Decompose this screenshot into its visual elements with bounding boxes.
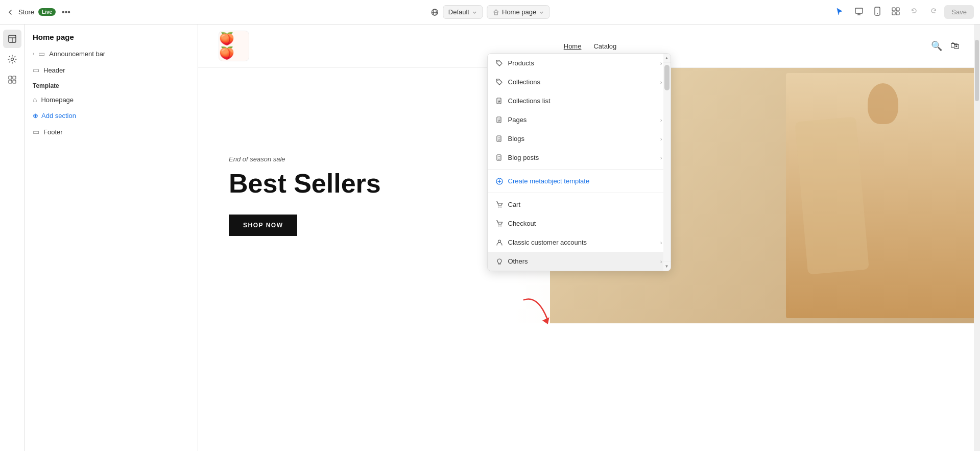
left-panel: Home page › ▭ Announcement bar ▭ Header …	[25, 25, 198, 451]
apps-button[interactable]	[3, 70, 21, 89]
svg-point-22	[497, 80, 498, 81]
back-button[interactable]	[6, 8, 14, 16]
desktop-icon	[854, 7, 864, 16]
hero-person-image	[786, 73, 980, 318]
mobile-icon-btn[interactable]	[871, 5, 884, 19]
topbar: Store Live ••• Default Home page	[0, 0, 980, 25]
undo-icon	[911, 7, 919, 15]
desktop-icon-btn[interactable]	[851, 5, 867, 19]
template-section-label: Template	[25, 78, 198, 91]
shop-now-button[interactable]: SHOP NOW	[229, 215, 297, 236]
svg-point-32	[498, 225, 499, 226]
lamp-icon	[496, 258, 503, 265]
checkout-menu-item[interactable]: Checkout	[488, 214, 671, 233]
template-dropdown-menu: ▲ ▼ Products ›	[487, 53, 671, 271]
svg-rect-12	[896, 12, 899, 15]
mobile-icon	[874, 7, 881, 16]
homepage-item[interactable]: ⌂ Homepage	[25, 91, 198, 108]
svg-point-34	[498, 240, 500, 243]
nav-catalog-link[interactable]: Catalog	[593, 42, 616, 50]
footer-item[interactable]: ▭ Footer	[25, 124, 198, 140]
scrollbar-thumb	[975, 40, 979, 101]
svg-point-21	[497, 61, 498, 62]
chevron-right-icon: ›	[660, 155, 662, 161]
svg-rect-9	[892, 8, 895, 11]
chevron-right-icon: ›	[660, 240, 662, 246]
canvas-frame: 🍑🍑 Home Catalog 🔍 🛍 End of season sale B…	[198, 25, 980, 451]
chevron-right-icon: ›	[660, 60, 662, 66]
add-section-button[interactable]: ⊕ Add section	[25, 108, 198, 124]
chevron-right-icon: ›	[660, 79, 662, 85]
chevron-down-icon	[472, 10, 477, 15]
layout-icon: ▭	[38, 50, 45, 58]
cursor-icon	[835, 7, 844, 16]
expand-chevron: ›	[33, 51, 34, 57]
tag-icon	[496, 60, 503, 67]
panel-title: Home page	[25, 25, 198, 45]
cart-menu-item[interactable]: Cart	[488, 195, 671, 214]
divider	[488, 193, 671, 193]
sections-button[interactable]	[3, 30, 21, 48]
others-menu-item[interactable]: Others ›	[488, 252, 671, 271]
create-metaobject-item[interactable]: Create metaobject template	[488, 172, 671, 191]
doc-icon	[496, 98, 503, 105]
store-nav-icons: 🔍 🛍	[931, 40, 960, 52]
scroll-up-arrow[interactable]: ▲	[663, 54, 671, 63]
globe-icon	[431, 8, 439, 16]
svg-rect-19	[9, 80, 12, 83]
undo-button[interactable]	[907, 5, 922, 19]
save-button[interactable]: Save	[944, 5, 974, 19]
plus-icon: ⊕	[33, 112, 38, 120]
search-icon[interactable]: 🔍	[931, 40, 942, 52]
scroll-down-arrow[interactable]: ▼	[663, 262, 671, 271]
home-icon	[492, 9, 499, 16]
hero-tag: End of season sale	[229, 155, 381, 163]
settings-button[interactable]	[3, 50, 21, 68]
default-dropdown[interactable]: Default	[443, 5, 483, 19]
layout-icon: ▭	[33, 66, 39, 74]
homepage-dropdown[interactable]: Home page	[487, 5, 549, 19]
scrollbar-thumb	[664, 65, 670, 90]
svg-rect-18	[13, 76, 16, 79]
chevron-right-icon: ›	[660, 136, 662, 142]
hero-text: End of season sale Best Sellers SHOP NOW	[198, 125, 412, 267]
plus-circle-icon	[496, 178, 503, 185]
store-button[interactable]: Store	[18, 8, 34, 16]
nav-home-link[interactable]: Home	[564, 42, 582, 50]
chevron-right-icon: ›	[660, 117, 662, 123]
announcement-bar-item[interactable]: › ▭ Announcement bar	[25, 45, 198, 62]
pages-menu-item[interactable]: Pages ›	[488, 110, 671, 129]
globe-button[interactable]	[431, 8, 439, 16]
canvas-scrollbar[interactable]	[974, 25, 980, 451]
person-icon	[496, 239, 503, 246]
collections-list-menu-item[interactable]: Collections list	[488, 91, 671, 110]
home-item-icon: ⌂	[33, 96, 37, 104]
svg-point-30	[498, 206, 499, 207]
cursor-icon-btn[interactable]	[832, 5, 847, 19]
apps-icon	[8, 75, 17, 84]
classic-customer-accounts-item[interactable]: Classic customer accounts ›	[488, 233, 671, 252]
blog-posts-menu-item[interactable]: Blog posts ›	[488, 148, 671, 167]
chevron-right-icon: ›	[660, 258, 662, 265]
grid-icon-btn[interactable]	[888, 5, 903, 19]
main-layout: Home page › ▭ Announcement bar ▭ Header …	[0, 0, 980, 451]
hero-title: Best Sellers	[229, 169, 381, 198]
more-button[interactable]: •••	[60, 6, 73, 19]
store-logo: 🍑🍑	[219, 31, 249, 61]
doc-icon	[496, 135, 503, 143]
canvas-area: 🍑🍑 Home Catalog 🔍 🛍 End of season sale B…	[198, 25, 980, 451]
cart-icon	[496, 201, 503, 208]
bag-icon[interactable]: 🛍	[950, 40, 960, 52]
svg-rect-4	[855, 8, 863, 13]
products-menu-item[interactable]: Products ›	[488, 54, 671, 73]
blogs-menu-item[interactable]: Blogs ›	[488, 129, 671, 148]
collections-menu-item[interactable]: Collections ›	[488, 73, 671, 91]
divider	[488, 169, 671, 170]
doc-icon	[496, 154, 503, 161]
layout-icon: ▭	[33, 128, 39, 136]
store-nav-links: Home Catalog	[564, 42, 617, 50]
header-item[interactable]: ▭ Header	[25, 62, 198, 78]
settings-icon	[8, 55, 17, 64]
redo-button[interactable]	[926, 5, 940, 19]
svg-point-31	[500, 206, 501, 207]
